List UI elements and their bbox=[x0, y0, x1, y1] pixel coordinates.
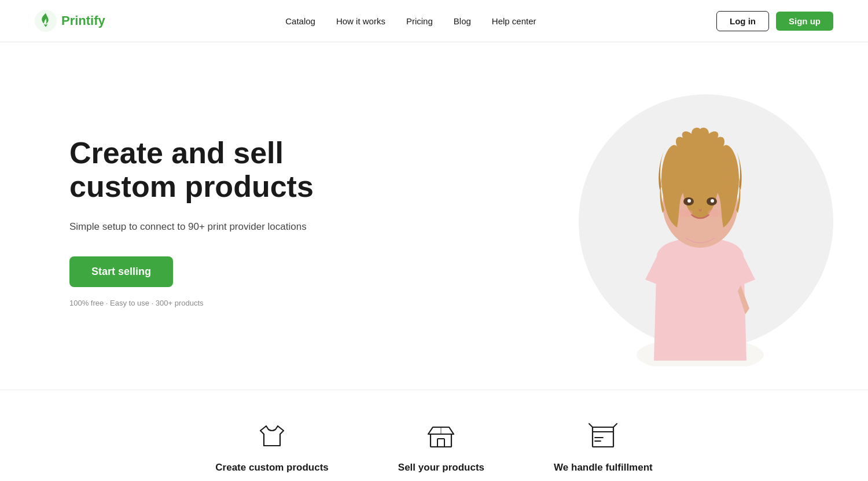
feature-fulfill: We handle fulfillment bbox=[554, 419, 653, 473]
nav-catalog[interactable]: Catalog bbox=[285, 16, 315, 26]
box-icon bbox=[587, 419, 619, 451]
hero-content: Create and sell custom products Simple s… bbox=[69, 136, 314, 307]
feature-create-label: Create custom products bbox=[215, 462, 329, 473]
logo-icon bbox=[35, 10, 57, 32]
logo-link[interactable]: Printify bbox=[35, 10, 105, 32]
main-nav: Catalog How it works Pricing Blog Help c… bbox=[285, 16, 536, 26]
hero-title: Create and sell custom products bbox=[69, 136, 314, 203]
feature-create: Create custom products bbox=[215, 419, 329, 473]
tshirt-icon bbox=[256, 419, 288, 451]
login-button[interactable]: Log in bbox=[716, 11, 769, 31]
feature-fulfill-label: We handle fulfillment bbox=[554, 462, 653, 473]
store-icon bbox=[425, 419, 457, 451]
hero-person-illustration bbox=[567, 77, 833, 366]
start-selling-button[interactable]: Start selling bbox=[69, 256, 173, 287]
hero-tagline: 100% free · Easy to use · 300+ products bbox=[69, 299, 314, 307]
features-section: Create custom products Sell your product… bbox=[0, 390, 868, 481]
svg-rect-10 bbox=[431, 434, 451, 447]
hero-image-area bbox=[544, 77, 833, 366]
svg-point-6 bbox=[687, 199, 691, 203]
nav-pricing[interactable]: Pricing bbox=[406, 16, 433, 26]
hero-section: Create and sell custom products Simple s… bbox=[0, 42, 868, 390]
feature-sell: Sell your products bbox=[398, 419, 484, 473]
svg-point-9 bbox=[708, 209, 722, 217]
feature-sell-label: Sell your products bbox=[398, 462, 484, 473]
svg-point-8 bbox=[679, 209, 693, 217]
nav-how-it-works[interactable]: How it works bbox=[336, 16, 385, 26]
nav-blog[interactable]: Blog bbox=[454, 16, 471, 26]
header-actions: Log in Sign up bbox=[716, 11, 833, 31]
hero-subtitle: Simple setup to connect to 90+ print pro… bbox=[69, 219, 314, 234]
nav-help-center[interactable]: Help center bbox=[492, 16, 536, 26]
logo-text: Printify bbox=[61, 13, 105, 28]
svg-point-7 bbox=[711, 199, 714, 203]
site-header: Printify Catalog How it works Pricing Bl… bbox=[0, 0, 868, 42]
signup-button[interactable]: Sign up bbox=[776, 12, 833, 31]
svg-rect-11 bbox=[437, 439, 444, 447]
svg-rect-13 bbox=[593, 432, 613, 447]
